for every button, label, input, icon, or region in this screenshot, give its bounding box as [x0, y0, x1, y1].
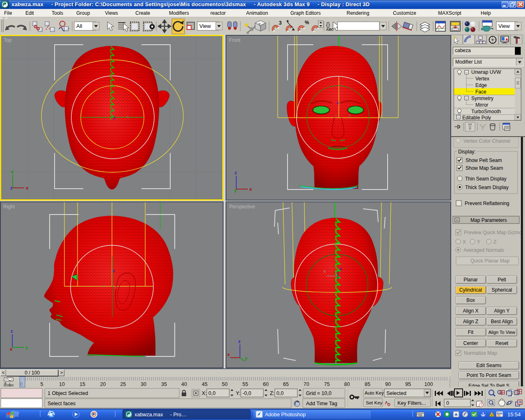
svg-text:Preview Quick Map Gizmo: Preview Quick Map Gizmo — [464, 230, 521, 235]
svg-text:z: z — [337, 100, 339, 105]
svg-text:Key Filters...: Key Filters... — [397, 400, 426, 406]
svg-text:20: 20 — [100, 381, 106, 387]
svg-text:Thick Seam Display: Thick Seam Display — [465, 185, 509, 190]
svg-text:xabwza.max - Pro…: xabwza.max - Pro… — [135, 412, 186, 418]
svg-text:z: z — [235, 170, 237, 175]
svg-text:x: x — [10, 347, 13, 352]
svg-text:70: 70 — [304, 381, 309, 387]
svg-text:View: View — [199, 23, 211, 29]
svg-text:Y:: Y: — [236, 390, 240, 396]
svg-text:x: x — [227, 352, 230, 357]
svg-text:Y: Y — [477, 239, 480, 245]
svg-text:60: 60 — [263, 381, 269, 387]
svg-text:x: x — [103, 284, 105, 288]
svg-text:y: y — [113, 107, 115, 112]
svg-text:45: 45 — [202, 381, 208, 387]
svg-text:%: % — [305, 20, 309, 25]
svg-text:85: 85 — [365, 381, 370, 387]
svg-text:Unwrap UVW: Unwrap UVW — [471, 69, 501, 75]
svg-text:x: x — [26, 185, 29, 190]
svg-text:0: 0 — [446, 400, 449, 406]
svg-text:3D: 3D — [497, 414, 501, 417]
svg-text:95: 95 — [405, 381, 411, 387]
svg-text:x: x — [324, 269, 326, 274]
svg-text:Front: Front — [229, 37, 241, 43]
svg-text:y: y — [25, 345, 28, 350]
svg-text:Select faces: Select faces — [48, 401, 75, 406]
svg-text:X:: X: — [202, 390, 207, 396]
svg-text:Show Map Seam: Show Map Seam — [466, 165, 503, 171]
svg-text:z: z — [113, 268, 115, 273]
svg-text:Normalize Map: Normalize Map — [464, 350, 497, 356]
svg-text:e: e — [49, 411, 52, 418]
svg-text:x: x — [349, 113, 351, 118]
svg-text:Face: Face — [475, 89, 486, 95]
svg-text:Vertex: Vertex — [475, 76, 489, 82]
svg-text:Quick Planar Map: Quick Planar Map — [470, 258, 510, 264]
svg-text:T: T — [258, 23, 261, 27]
svg-text:Vertex Color Channel: Vertex Color Channel — [463, 138, 510, 144]
svg-text:z: z — [238, 339, 241, 344]
svg-text:Adobe Photoshop: Adobe Photoshop — [265, 412, 306, 418]
svg-text:Prevent Reflattening: Prevent Reflattening — [465, 201, 509, 206]
svg-text:Thin Seam Display: Thin Seam Display — [465, 176, 507, 182]
svg-text:Z: Z — [493, 239, 496, 245]
svg-text:Averaged Normals: Averaged Normals — [463, 247, 504, 253]
svg-text:0,0: 0,0 — [276, 390, 283, 396]
svg-text:y: y — [335, 113, 337, 118]
svg-text:Editable Poly: Editable Poly — [462, 115, 491, 120]
svg-text:35: 35 — [161, 381, 167, 387]
svg-text:15:54: 15:54 — [507, 411, 521, 418]
svg-text:10: 10 — [59, 381, 65, 387]
svg-text:Show Pelt Seam: Show Pelt Seam — [466, 158, 502, 163]
svg-text:Add Time Tag: Add Time Tag — [306, 401, 337, 406]
svg-text:Edge: Edge — [475, 82, 487, 88]
svg-text:Mirror: Mirror — [475, 102, 488, 108]
svg-text:40: 40 — [181, 381, 187, 387]
svg-text:100: 100 — [425, 381, 433, 387]
svg-text:55: 55 — [242, 381, 248, 387]
svg-text:Symmetry: Symmetry — [471, 96, 493, 101]
svg-text:50: 50 — [222, 381, 228, 387]
svg-text:y: y — [234, 188, 237, 193]
svg-text:y: y — [115, 285, 117, 289]
svg-text:ABC: ABC — [326, 27, 333, 32]
svg-text:TurboSmooth: TurboSmooth — [471, 109, 501, 114]
svg-text:Perspective: Perspective — [229, 204, 255, 210]
svg-text:All: All — [76, 23, 82, 29]
svg-text:1 Object Selected: 1 Object Selected — [48, 390, 88, 396]
svg-text:y: y — [245, 356, 248, 361]
svg-text:z: z — [340, 267, 342, 271]
svg-text:75: 75 — [324, 381, 330, 387]
svg-text:Grid = 10,0: Grid = 10,0 — [306, 390, 331, 396]
svg-text:25: 25 — [120, 381, 126, 387]
svg-text:z: z — [11, 329, 13, 333]
svg-text:0,0: 0,0 — [208, 390, 215, 396]
svg-text:z: z — [113, 116, 115, 120]
svg-text:80: 80 — [344, 381, 350, 387]
svg-text:X: X — [463, 239, 466, 245]
svg-text:Z:: Z: — [270, 390, 274, 396]
svg-text:Top: Top — [4, 37, 12, 43]
svg-text:x: x — [127, 114, 129, 119]
svg-text:Right: Right — [3, 204, 15, 210]
svg-text:Auto Key: Auto Key — [365, 390, 384, 395]
svg-text:30: 30 — [141, 381, 146, 387]
svg-text:-0,0: -0,0 — [242, 390, 251, 396]
svg-text:Selected: Selected — [386, 390, 406, 396]
svg-text:3: 3 — [279, 20, 282, 26]
svg-text:15: 15 — [80, 381, 85, 387]
svg-text:{}: {} — [326, 21, 330, 28]
svg-text:z: z — [10, 185, 13, 190]
svg-text:Map Parameters: Map Parameters — [470, 217, 507, 223]
svg-text:Set Key: Set Key — [366, 400, 383, 405]
svg-text:x: x — [249, 187, 252, 192]
svg-text:View: View — [498, 23, 510, 29]
svg-text:y: y — [11, 169, 14, 174]
svg-text:90: 90 — [385, 381, 391, 387]
svg-text:5: 5 — [41, 381, 43, 387]
svg-text:Display:: Display: — [458, 149, 476, 155]
svg-text:65: 65 — [283, 381, 289, 387]
svg-text:-: - — [456, 217, 458, 223]
